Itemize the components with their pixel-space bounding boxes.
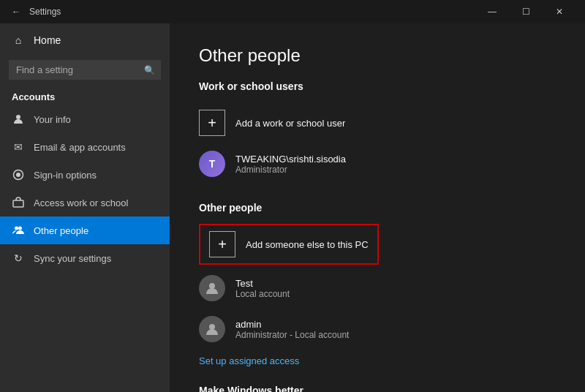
minimize-icon: —	[488, 7, 497, 17]
sidebar-item-label: Your info	[34, 114, 71, 125]
test-user-avatar	[199, 275, 225, 301]
window-controls: — ☐ ✕	[475, 0, 576, 23]
svg-point-5	[18, 227, 22, 230]
svg-rect-3	[13, 200, 23, 207]
admin-user-name: admin	[235, 319, 349, 330]
app-title: Settings	[29, 7, 61, 17]
your-info-icon	[12, 113, 25, 126]
accounts-section-title: Accounts	[0, 86, 170, 105]
add-someone-text: Add someone else to this PC	[246, 239, 369, 250]
other-people-title: Other people	[199, 202, 556, 214]
work-school-section: Work or school users + Add a work or sch…	[199, 80, 556, 184]
close-button[interactable]: ✕	[543, 0, 576, 23]
sidebar-item-home[interactable]: ⌂ Home	[0, 23, 170, 57]
admin-user-info: admin Administrator - Local account	[235, 319, 349, 340]
sidebar-item-label: Access work or school	[34, 197, 128, 208]
main-layout: ⌂ Home 🔍 Accounts Your info ✉ Email & ap…	[0, 23, 585, 392]
other-people-icon	[12, 224, 25, 237]
other-people-section: Other people + Add someone else to this …	[199, 202, 556, 367]
work-user-item[interactable]: T TWEAKING\srishti.sisodia Administrator	[199, 143, 556, 184]
work-school-title: Work or school users	[199, 80, 556, 92]
close-icon: ✕	[556, 7, 563, 17]
work-icon	[12, 196, 25, 209]
add-work-label: Add a work or school user	[235, 118, 345, 129]
maximize-icon: ☐	[522, 7, 530, 17]
admin-user-item[interactable]: admin Administrator - Local account	[199, 309, 556, 350]
make-windows-title: Make Windows better	[199, 385, 556, 392]
sidebar-item-your-info[interactable]: Your info	[0, 105, 170, 133]
work-user-info: TWEAKING\srishti.sisodia Administrator	[235, 154, 346, 175]
svg-point-7	[209, 324, 215, 330]
work-user-name: TWEAKING\srishti.sisodia	[235, 154, 346, 165]
content-area: Other people Work or school users + Add …	[170, 23, 585, 392]
sidebar-item-label: Sign-in options	[34, 170, 97, 181]
minimize-button[interactable]: —	[475, 0, 509, 23]
add-work-icon: +	[199, 110, 225, 136]
home-icon: ⌂	[12, 34, 25, 47]
home-label: Home	[34, 34, 61, 46]
work-user-role: Administrator	[235, 165, 346, 175]
email-icon: ✉	[12, 140, 25, 154]
add-someone-icon: +	[209, 231, 235, 257]
maximize-button[interactable]: ☐	[509, 0, 543, 23]
search-icon: 🔍	[144, 65, 155, 75]
add-someone-label: Add someone else to this PC	[246, 239, 369, 250]
signin-icon	[12, 168, 25, 181]
test-user-sub: Local account	[235, 289, 290, 299]
sidebar-item-access-work[interactable]: Access work or school	[0, 189, 170, 216]
sidebar-item-other-people[interactable]: Other people	[0, 216, 170, 244]
page-title: Other people	[199, 45, 556, 66]
add-work-user-item[interactable]: + Add a work or school user	[199, 102, 556, 143]
svg-point-4	[15, 227, 18, 230]
admin-user-sub: Administrator - Local account	[235, 330, 349, 340]
svg-point-0	[16, 115, 20, 119]
test-user-item[interactable]: Test Local account	[199, 268, 556, 309]
test-user-name: Test	[235, 278, 290, 289]
sidebar-item-label: Sync your settings	[34, 253, 111, 264]
search-input[interactable]	[9, 60, 161, 80]
search-container: 🔍	[9, 60, 161, 80]
work-user-avatar: T	[199, 151, 225, 177]
sidebar-item-label: Other people	[34, 225, 88, 236]
add-someone-box[interactable]: + Add someone else to this PC	[199, 224, 379, 265]
svg-point-1	[16, 173, 20, 177]
test-user-info: Test Local account	[235, 278, 290, 299]
add-work-text: Add a work or school user	[235, 118, 345, 129]
sidebar: ⌂ Home 🔍 Accounts Your info ✉ Email & ap…	[0, 23, 170, 392]
admin-user-avatar	[199, 316, 225, 342]
back-icon: ←	[12, 7, 20, 17]
back-button[interactable]: ←	[9, 4, 23, 19]
titlebar: ← Settings — ☐ ✕	[0, 0, 585, 23]
sidebar-item-sync[interactable]: ↻ Sync your settings	[0, 244, 170, 272]
svg-point-6	[209, 283, 215, 289]
sidebar-item-email-app[interactable]: ✉ Email & app accounts	[0, 133, 170, 161]
make-windows-section: Make Windows better Give us feedback	[199, 385, 556, 392]
sidebar-item-label: Email & app accounts	[34, 142, 126, 153]
sidebar-item-sign-in[interactable]: Sign-in options	[0, 161, 170, 189]
sync-icon: ↻	[12, 252, 25, 265]
assigned-access-link[interactable]: Set up assigned access	[199, 355, 299, 366]
titlebar-left: ← Settings	[9, 4, 61, 19]
